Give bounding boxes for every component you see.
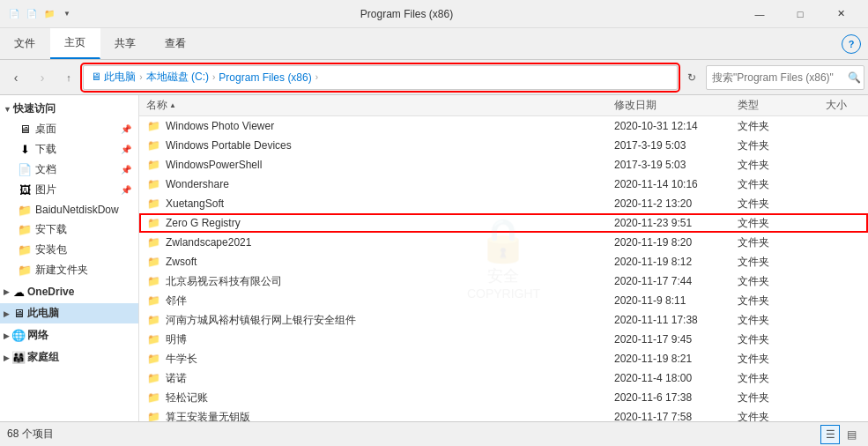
file-name-text: Windows Photo Viewer (166, 120, 274, 132)
newfolder-label: 新建文件夹 (35, 263, 131, 278)
file-list: 🔒 安全 COPYRIGHT 名称 ▲ 修改日期 类型 大小 📁 Windows… (139, 95, 868, 421)
onedrive-label: OneDrive (27, 286, 74, 298)
thispc-header[interactable]: ▶ 🖥 此电脑 (0, 303, 138, 323)
table-row[interactable]: 📁 Zwsoft 2020-11-19 8:12 文件夹 (139, 252, 868, 271)
network-label: 网络 (27, 328, 48, 343)
baidu-label: BaiduNetdiskDow (35, 204, 131, 216)
onedrive-header[interactable]: ▶ ☁ OneDrive (0, 282, 138, 301)
file-date: 2017-3-19 5:03 (614, 139, 738, 152)
sidebar-item-anzhuangbao[interactable]: 📁 安装包 (0, 240, 138, 260)
file-name-text: 河南方城风裕村镇银行网上银行安全组件 (166, 313, 356, 328)
pictures-icon: 🖼 (18, 183, 32, 197)
sidebar-item-documents[interactable]: 📄 文档 📌 (0, 160, 138, 180)
anzhuangbao-icon: 📁 (18, 243, 32, 257)
address-content: 🖥 此电脑 › 本地磁盘 (C:) › Program Files (x86) … (91, 70, 320, 85)
table-row[interactable]: 📁 牛学长 2020-11-19 8:21 文件夹 (139, 349, 868, 368)
address-bar[interactable]: 🖥 此电脑 › 本地磁盘 (C:) › Program Files (x86) … (83, 65, 678, 90)
file-date: 2020-11-19 8:12 (614, 256, 738, 268)
file-name-text: Zwlandscape2021 (166, 236, 251, 249)
file-date: 2020-11-23 9:51 (614, 217, 738, 229)
close-button[interactable]: ✕ (820, 0, 861, 28)
homegroup-header[interactable]: ▶ 👨‍👩‍👧 家庭组 (0, 347, 138, 368)
file-name-text: XuetangSoft (166, 197, 224, 210)
file-date: 2020-11-11 17:38 (614, 314, 738, 326)
sidebar-section-quick-access-header[interactable]: ▼ 快速访问 (0, 99, 138, 119)
table-row[interactable]: 📁 Wondershare 2020-11-14 10:16 文件夹 (139, 175, 868, 194)
file-name: 📁 河南方城风裕村镇银行网上银行安全组件 (146, 313, 614, 328)
table-row[interactable]: 📁 轻松记账 2020-11-6 17:38 文件夹 (139, 388, 868, 407)
network-header[interactable]: ▶ 🌐 网络 (0, 325, 138, 346)
window-controls: — □ ✕ (739, 0, 861, 28)
file-name-text: 轻松记账 (166, 390, 208, 405)
file-name-text: WindowsPowerShell (166, 159, 262, 171)
folder-icon: 📁 (42, 7, 56, 21)
doc-icon-1: 📄 (7, 7, 21, 21)
table-row[interactable]: 📁 Windows Photo Viewer 2020-10-31 12:14 … (139, 116, 868, 136)
title-bar: 📄 📄 📁 ▼ Program Files (x86) — □ ✕ (0, 0, 868, 28)
table-row[interactable]: 📁 Zwlandscape2021 2020-11-19 8:20 文件夹 (139, 233, 868, 252)
tab-home[interactable]: 主页 (50, 28, 100, 59)
file-type: 文件夹 (738, 371, 808, 386)
help-button[interactable]: ? (842, 34, 861, 54)
sidebar-item-newfolder[interactable]: 📁 新建文件夹 (0, 260, 138, 280)
table-row[interactable]: 📁 邻伴 2020-11-9 8:11 文件夹 (139, 291, 868, 310)
search-icon: 🔍 (848, 71, 861, 84)
title-bar-icons: 📄 📄 📁 ▼ (7, 7, 74, 21)
file-type: 文件夹 (738, 138, 808, 153)
address-part-0[interactable]: 🖥 此电脑 (91, 70, 136, 85)
col-date-header[interactable]: 修改日期 (614, 98, 738, 113)
address-sep-2: › (212, 72, 215, 82)
table-row[interactable]: 📁 Windows Portable Devices 2017-3-19 5:0… (139, 136, 868, 155)
chevron-onedrive-icon: ▶ (4, 287, 10, 296)
table-row[interactable]: 📁 明博 2020-11-17 9:45 文件夹 (139, 330, 868, 349)
file-date: 2020-11-17 9:45 (614, 333, 738, 346)
minimize-button[interactable]: — (739, 0, 780, 28)
view-list-button[interactable]: ▤ (842, 425, 861, 444)
dropdown-icon[interactable]: ▼ (60, 7, 74, 21)
sidebar-section-thispc: ▶ 🖥 此电脑 (0, 303, 138, 323)
file-date: 2020-11-14 10:16 (614, 178, 738, 190)
search-input[interactable] (712, 71, 844, 84)
file-type-icon: 📁 (146, 177, 160, 191)
table-row[interactable]: 📁 北京易视云科技有限公司 2020-11-17 7:44 文件夹 (139, 271, 868, 291)
forward-button[interactable]: › (30, 65, 55, 90)
file-name-text: 诺诺 (166, 371, 187, 386)
sidebar: ▼ 快速访问 🖥 桌面 📌 ⬇ 下载 📌 📄 文档 📌 🖼 图片 � (0, 95, 139, 421)
table-row[interactable]: 📁 WindowsPowerShell 2017-3-19 5:03 文件夹 (139, 155, 868, 175)
thispc-label: 此电脑 (27, 306, 59, 321)
sidebar-item-desktop[interactable]: 🖥 桌面 📌 (0, 119, 138, 139)
address-part-2[interactable]: Program Files (x86) (219, 71, 311, 84)
file-type: 文件夹 (738, 313, 808, 328)
chevron-homegroup-icon: ▶ (4, 353, 10, 362)
search-bar[interactable]: 🔍 (706, 65, 864, 90)
col-size-header[interactable]: 大小 (808, 98, 861, 113)
file-type: 文件夹 (738, 294, 808, 308)
address-sep-3: › (315, 72, 318, 82)
file-name: 📁 WindowsPowerShell (146, 158, 614, 172)
up-button[interactable]: ↑ (56, 65, 81, 90)
back-button[interactable]: ‹ (4, 65, 28, 90)
file-date: 2017-3-19 5:03 (614, 159, 738, 171)
col-name-header[interactable]: 名称 ▲ (146, 98, 614, 113)
sidebar-item-baidu[interactable]: 📁 BaiduNetdiskDow (0, 200, 138, 219)
table-row[interactable]: 📁 XuetangSoft 2020-11-2 13:20 文件夹 (139, 194, 868, 213)
sidebar-section-homegroup: ▶ 👨‍👩‍👧 家庭组 (0, 347, 138, 368)
tab-file[interactable]: 文件 (0, 28, 50, 59)
file-name: 📁 牛学长 (146, 352, 614, 367)
table-row[interactable]: 📁 河南方城风裕村镇银行网上银行安全组件 2020-11-11 17:38 文件… (139, 310, 868, 330)
table-row[interactable]: 📁 诺诺 2020-11-4 18:00 文件夹 (139, 368, 868, 388)
table-row[interactable]: 📁 算王安装量无钥版 2020-11-17 7:58 文件夹 (139, 407, 868, 421)
tab-share[interactable]: 共享 (100, 28, 151, 59)
sidebar-item-downloads[interactable]: ⬇ 下载 📌 (0, 139, 138, 160)
sidebar-item-anxiazai[interactable]: 📁 安下载 (0, 219, 138, 240)
view-details-button[interactable]: ☰ (820, 425, 840, 444)
maximize-button[interactable]: □ (780, 0, 820, 28)
refresh-button[interactable]: ↻ (679, 65, 704, 90)
file-name: 📁 Zero G Registry (146, 216, 614, 230)
sidebar-item-pictures[interactable]: 🖼 图片 📌 (0, 180, 138, 200)
table-row[interactable]: 📁 Zero G Registry 2020-11-23 9:51 文件夹 (139, 213, 868, 233)
col-type-header[interactable]: 类型 (738, 98, 808, 113)
address-part-1[interactable]: 本地磁盘 (C:) (146, 70, 209, 85)
anxiazai-icon: 📁 (18, 223, 32, 237)
tab-view[interactable]: 查看 (151, 28, 201, 59)
